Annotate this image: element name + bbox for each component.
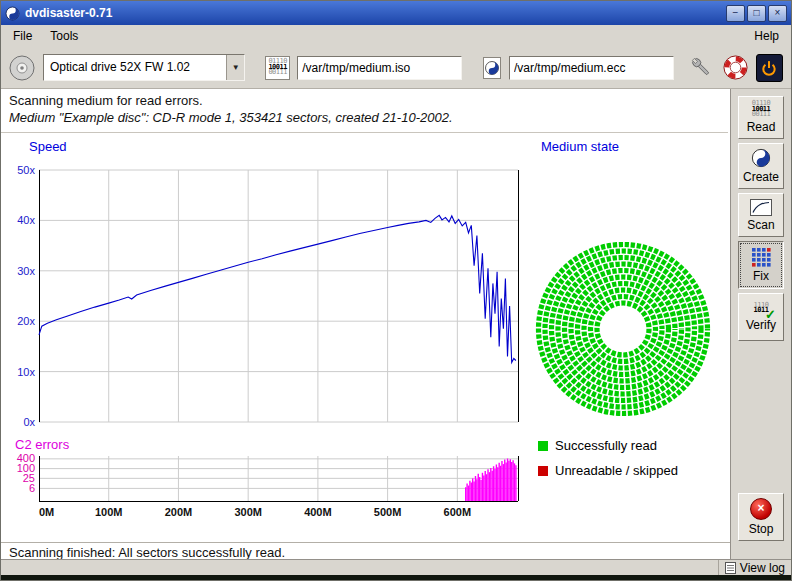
view-log-button[interactable]: View log	[718, 560, 792, 575]
view-log-label: View log	[740, 561, 785, 575]
create-label: Create	[743, 170, 779, 184]
window-title: dvdisaster-0.71	[25, 6, 719, 20]
yin-yang-icon	[751, 148, 771, 168]
scan-label: Scan	[747, 218, 774, 232]
menu-tools[interactable]: Tools	[41, 27, 87, 45]
legend-successfully-read: Successfully read	[538, 438, 657, 453]
titlebar[interactable]: dvdisaster-0.71 − □ ×	[1, 1, 791, 25]
scan-result-status: Scanning finished: All sectors successfu…	[1, 542, 730, 559]
verify-button[interactable]: 1110 1011 ✓ Verify	[738, 293, 784, 341]
x-axis-tick: 500M	[374, 506, 402, 518]
green-swatch	[538, 441, 548, 451]
speed-curve	[39, 215, 516, 362]
drive-icon	[9, 55, 35, 81]
drive-select-value: Optical drive 52X FW 1.02	[44, 55, 226, 80]
speed-chart-title: Speed	[29, 139, 67, 154]
disc-ring	[591, 297, 656, 362]
status-line-2: Medium "Example disc": CD-R mode 1, 3534…	[9, 109, 722, 126]
ecc-path-input[interactable]	[509, 56, 674, 80]
drive-select-dropdown[interactable]: Optical drive 52X FW 1.02 ▼	[43, 54, 245, 81]
scan-button[interactable]: Scan	[738, 193, 784, 237]
speed-axis-tick: 20x	[17, 315, 35, 327]
ecc-file-icon	[482, 56, 502, 80]
read-label: Read	[747, 120, 776, 134]
status-line-1: Scanning medium for read errors.	[9, 92, 722, 109]
window-bottom-edge	[1, 575, 792, 581]
help-button[interactable]	[722, 54, 749, 82]
x-axis-tick: 400M	[304, 506, 332, 518]
toolbar: Optical drive 52X FW 1.02 ▼ 01110 10011 …	[1, 47, 791, 89]
iso-image-icon: 01110 10011 00111	[265, 56, 290, 80]
preferences-button[interactable]	[688, 54, 715, 82]
speed-axis-tick: 30x	[17, 265, 35, 277]
x-axis-tick: 300M	[234, 506, 262, 518]
app-icon	[5, 6, 20, 21]
speed-axis-tick: 0x	[23, 416, 35, 428]
disc-ring	[597, 303, 649, 355]
speed-axis-tick: 50x	[17, 164, 35, 176]
check-icon: ✓	[765, 307, 776, 322]
menubar: File Tools Help	[1, 25, 791, 47]
x-axis-tick: 600M	[444, 506, 472, 518]
c2-errors-title: C2 errors	[15, 437, 70, 452]
scan-status-text: Scanning medium for read errors. Medium …	[1, 89, 730, 129]
iso-path-input[interactable]	[297, 56, 462, 80]
scan-chart-icon	[750, 199, 772, 216]
window-controls: − □ ×	[724, 5, 787, 22]
speed-axis-tick: 10x	[17, 366, 35, 378]
quit-power-button[interactable]	[756, 54, 783, 82]
statusbar: View log	[1, 559, 792, 575]
x-axis-tick: 100M	[95, 506, 123, 518]
menu-file[interactable]: File	[4, 27, 41, 45]
c2-axis-tick: 400	[17, 452, 35, 464]
red-swatch	[538, 466, 548, 476]
action-sidebar: 01110 10011 00111 Read Create	[730, 89, 792, 559]
power-icon	[758, 57, 780, 79]
main-content: Scanning medium for read errors. Medium …	[1, 89, 730, 559]
lifebuoy-icon	[723, 55, 748, 80]
x-axis-tick: 0M	[39, 506, 54, 518]
fix-button[interactable]: Fix	[738, 241, 784, 289]
minimize-button[interactable]: −	[726, 5, 745, 22]
stop-icon: ×	[750, 498, 772, 520]
create-button[interactable]: Create	[738, 143, 784, 189]
chevron-down-icon[interactable]: ▼	[226, 55, 244, 80]
legend-unreadable-skipped: Unreadable / skipped	[538, 463, 678, 478]
wrench-icon	[689, 55, 714, 80]
speed-axis-tick: 40x	[17, 214, 35, 226]
close-button[interactable]: ×	[768, 5, 787, 22]
maximize-button[interactable]: □	[747, 5, 766, 22]
stop-label: Stop	[749, 522, 774, 536]
log-icon	[725, 562, 736, 574]
fix-label: Fix	[753, 269, 769, 283]
charts-canvas: Speed Medium state C2 errors 0x10x20x30x…	[1, 89, 730, 559]
drive-eject-button[interactable]	[9, 54, 36, 82]
read-icon: 01110 10011 00111	[752, 101, 771, 118]
app-window: dvdisaster-0.71 − □ × File Tools Help Op…	[0, 0, 792, 581]
fix-sectors-icon	[751, 247, 771, 267]
stop-button[interactable]: × Stop	[738, 493, 784, 541]
legend-label: Successfully read	[555, 438, 657, 453]
menu-help[interactable]: Help	[745, 27, 788, 45]
verify-icon: 1110 1011 ✓	[748, 303, 774, 316]
legend-label: Unreadable / skipped	[555, 463, 678, 478]
read-button[interactable]: 01110 10011 00111 Read	[738, 96, 784, 139]
x-axis-tick: 200M	[165, 506, 193, 518]
medium-state-title: Medium state	[541, 139, 619, 154]
